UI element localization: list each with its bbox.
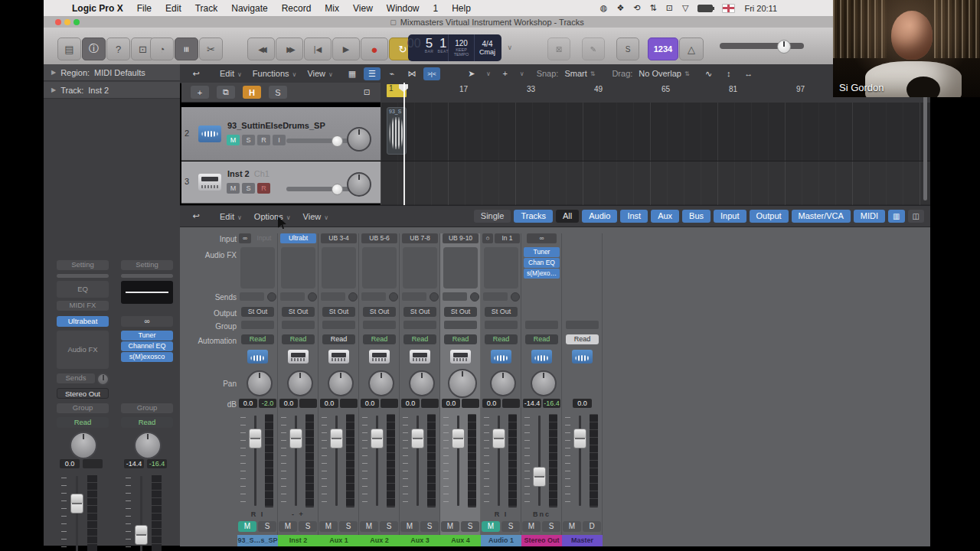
- menu-item-1[interactable]: 1: [426, 3, 446, 14]
- mixer-menu-edit[interactable]: Edit∨: [220, 212, 242, 221]
- slider-knob[interactable]: [332, 184, 343, 195]
- hide-tracks-button[interactable]: H: [243, 86, 261, 99]
- record-button[interactable]: ●: [361, 37, 388, 60]
- fader-cap[interactable]: [289, 429, 302, 448]
- automation-mode-button[interactable]: Read: [282, 334, 315, 344]
- stereo-format-button[interactable]: ∞: [121, 316, 173, 327]
- output-button[interactable]: St Out: [403, 307, 436, 317]
- fader-cap[interactable]: [492, 429, 505, 448]
- input-slot[interactable]: Input: [252, 233, 276, 243]
- group-slot[interactable]: [403, 321, 436, 329]
- volume-value[interactable]: 0.0: [482, 399, 501, 408]
- volume-value[interactable]: 0.0: [573, 399, 592, 408]
- mixer-menu-view[interactable]: View: [303, 212, 322, 221]
- master-volume-slider[interactable]: [720, 43, 804, 49]
- filter-button-all[interactable]: All: [556, 210, 579, 223]
- solo-button[interactable]: S: [299, 521, 317, 532]
- send-slot[interactable]: [280, 292, 305, 301]
- volume-fader[interactable]: [521, 414, 562, 509]
- menu-item-file[interactable]: File: [130, 3, 158, 14]
- tracks-menu-edit[interactable]: Edit∨: [220, 69, 242, 78]
- pointer-tool-icon[interactable]: ➤: [463, 67, 480, 80]
- filter-button-tracks[interactable]: Tracks: [514, 210, 553, 223]
- tracks-menu-view[interactable]: View: [307, 69, 325, 78]
- snap-value[interactable]: Smart: [564, 69, 586, 78]
- send-slot[interactable]: [443, 292, 467, 301]
- audio-fx-slot-3[interactable]: s(M)exosco: [121, 352, 173, 362]
- channel-name[interactable]: 93_S…s_SP: [237, 535, 278, 546]
- snap-stepper-icon[interactable]: ⇅: [590, 70, 596, 77]
- menu-item-edit[interactable]: Edit: [158, 3, 188, 14]
- channel-strip-aux-4[interactable]: UB 9-10St OutRead0.0MSAux 4: [440, 233, 481, 546]
- dim-button[interactable]: D: [583, 521, 601, 532]
- filter-button-audio[interactable]: Audio: [582, 210, 617, 223]
- ruler-tick[interactable]: 17: [459, 85, 468, 93]
- channel-name[interactable]: Aux 2: [359, 535, 400, 546]
- output-button[interactable]: St Out: [282, 307, 315, 317]
- menu-item-record[interactable]: Record: [275, 3, 318, 14]
- filter-button-master-vca[interactable]: Master/VCA: [792, 210, 851, 223]
- quick-help-button[interactable]: ?: [106, 37, 130, 60]
- list-view-icon[interactable]: ☰: [364, 67, 381, 80]
- fader-cap[interactable]: [249, 429, 262, 448]
- track-header-options-icon[interactable]: ⊡: [358, 86, 376, 99]
- autopunch-button[interactable]: ⊠: [547, 37, 570, 60]
- track-inspector-header[interactable]: ▶ Track: Inst 2: [44, 82, 180, 99]
- ruler-tick[interactable]: 49: [594, 85, 603, 93]
- track-lanes[interactable]: 93_S: [381, 103, 930, 205]
- mute-button[interactable]: M: [400, 521, 419, 532]
- send-slot[interactable]: [483, 292, 508, 301]
- audio-fx-area[interactable]: [322, 247, 356, 289]
- automation-mode-button[interactable]: Read: [566, 334, 599, 344]
- solo-tracks-button[interactable]: S: [269, 86, 287, 99]
- volume-fader[interactable]: [52, 474, 113, 551]
- add-track-button[interactable]: +: [191, 86, 209, 99]
- eq-thumbnail[interactable]: EQ: [57, 281, 109, 298]
- volume-value[interactable]: 0.0: [361, 399, 379, 408]
- region-inspector-header[interactable]: ▶ Region: MIDI Defaults: [44, 64, 180, 81]
- tracks-menu-edit[interactable]: Edit: [220, 69, 234, 78]
- channel-strip-inst-2[interactable]: UltrabtSt OutRead0.0- +MSInst 2: [278, 233, 318, 546]
- audio-fx-area[interactable]: [362, 247, 397, 289]
- volume-value[interactable]: 0.0: [320, 399, 338, 408]
- fader-cap[interactable]: [573, 429, 586, 448]
- pan-knob[interactable]: [247, 370, 273, 396]
- volume-value[interactable]: -14.4: [523, 399, 541, 408]
- group-slot[interactable]: [566, 321, 599, 329]
- slider-knob[interactable]: [332, 135, 343, 147]
- send-knob[interactable]: [348, 292, 358, 302]
- channel-name[interactable]: Aux 3: [400, 535, 440, 546]
- automation-mode-button[interactable]: Read: [322, 334, 355, 344]
- minimize-window-button[interactable]: [64, 19, 70, 25]
- tracks-menu-functions[interactable]: Functions∨: [253, 69, 297, 78]
- inspector-button[interactable]: ⓘ: [82, 37, 106, 60]
- volume-fader[interactable]: [440, 414, 481, 509]
- channel-strip-audio-1[interactable]: ○In 1St OutRead0.0R IMSAudio 1: [481, 233, 521, 546]
- volume-slider-knob[interactable]: [777, 40, 791, 54]
- send-knob[interactable]: [267, 292, 276, 302]
- send-knob[interactable]: [511, 292, 520, 302]
- volume-fader[interactable]: [562, 414, 603, 509]
- send-knob[interactable]: [430, 292, 439, 302]
- channel-strip-93-s-s-sp[interactable]: ∞InputSt OutRead0.0-2.0R IMS93_S…s_SP: [237, 233, 278, 546]
- pan-knob[interactable]: [531, 370, 557, 396]
- volume-value[interactable]: 0.0: [401, 399, 420, 408]
- track-name[interactable]: Inst 2Ch1: [227, 169, 270, 178]
- menu-item-mix[interactable]: Mix: [318, 3, 346, 14]
- pan-knob[interactable]: [490, 370, 516, 396]
- airplay-icon[interactable]: ⊡: [666, 3, 673, 13]
- input-slot[interactable]: UB 7-8: [402, 233, 438, 243]
- waveform-zoom-icon[interactable]: ∿: [701, 67, 717, 80]
- send-knob[interactable]: [308, 292, 317, 302]
- audio-fx-slot[interactable]: s(M)exo…: [524, 269, 560, 279]
- pan-knob[interactable]: [287, 370, 313, 396]
- eq-thumbnail[interactable]: [121, 281, 173, 304]
- channel-name[interactable]: Audio 1: [481, 535, 521, 546]
- pan-knob[interactable]: [70, 432, 97, 459]
- channel-name[interactable]: Stereo Out: [521, 535, 562, 546]
- close-window-button[interactable]: [55, 19, 61, 25]
- metronome-button[interactable]: △: [679, 37, 704, 60]
- input-slot[interactable]: Ultrabt: [280, 233, 316, 243]
- volume-value[interactable]: -14.4: [124, 459, 144, 468]
- audio-fx-slot[interactable]: Chan EQ: [524, 258, 560, 268]
